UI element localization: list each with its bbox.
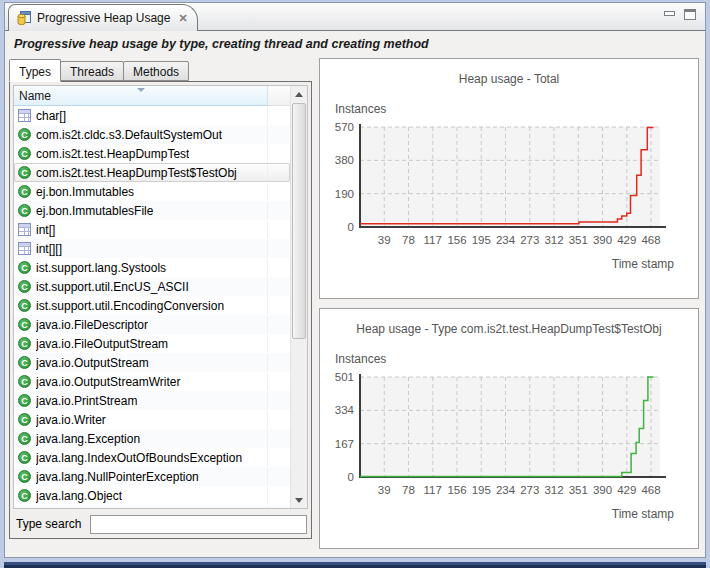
types-table: Name char[]Ccom.is2t.cldc.s3.DefaultSyst…	[13, 85, 308, 509]
table-row[interactable]: Cej.bon.Immutables	[14, 182, 290, 201]
table-row[interactable]: Cjava.lang.IndexOutOfBoundsException	[14, 448, 290, 467]
row-label: int[][]	[36, 242, 62, 256]
view-tab-progressive-heap-usage[interactable]: Progressive Heap Usage ✕	[8, 4, 198, 31]
class-icon: C	[18, 356, 31, 369]
table-row[interactable]: Cjava.lang.Exception	[14, 429, 290, 448]
table-rows: char[]Ccom.is2t.cldc.s3.DefaultSystemOut…	[14, 106, 290, 508]
svg-text:312: 312	[544, 484, 563, 496]
class-icon: C	[18, 204, 31, 217]
svg-text:501: 501	[335, 371, 354, 383]
row-blank-cell	[267, 411, 289, 428]
charts-column: Heap usage - Total Instances 01903805703…	[319, 58, 699, 549]
vertical-scrollbar[interactable]	[290, 86, 307, 508]
row-blank-cell	[267, 107, 289, 124]
row-label: ej.bon.ImmutablesFile	[36, 204, 153, 218]
table-row[interactable]: Cist.support.util.EncodingConversion	[14, 296, 290, 315]
chart-title: Heap usage - Total	[320, 72, 698, 86]
svg-text:156: 156	[447, 234, 466, 246]
tab-types[interactable]: Types	[9, 59, 61, 82]
table-row[interactable]: Ccom.is2t.test.HeapDumpTest	[14, 144, 290, 163]
row-blank-cell	[267, 126, 289, 143]
column-header-blank[interactable]	[268, 86, 290, 106]
class-icon: C	[18, 185, 31, 198]
table-header: Name	[14, 86, 290, 106]
svg-text:380: 380	[335, 154, 354, 166]
y-axis-label: Instances	[335, 102, 698, 116]
table-row[interactable]: Cist.support.util.EncUS_ASCII	[14, 277, 290, 296]
minimize-icon[interactable]	[664, 11, 675, 16]
y-axis-label: Instances	[335, 352, 698, 366]
types-panel: Name char[]Ccom.is2t.cldc.s3.DefaultSyst…	[9, 81, 312, 539]
column-header-name[interactable]: Name	[14, 86, 268, 106]
svg-text:390: 390	[593, 484, 612, 496]
table-row[interactable]: Cjava.io.OutputStreamWriter	[14, 372, 290, 391]
row-blank-cell	[267, 430, 289, 447]
category-tabs: Types Threads Methods	[9, 58, 312, 81]
class-icon: C	[18, 299, 31, 312]
scrollbar-thumb[interactable]	[292, 103, 306, 339]
progressive-heap-usage-view: Progressive Heap Usage ✕ Progressive hea…	[0, 0, 710, 568]
total-heap-chart: 0190380570397811715619523427331235139042…	[322, 117, 696, 257]
svg-text:167: 167	[335, 438, 354, 450]
svg-text:156: 156	[447, 484, 466, 496]
array-icon	[18, 242, 31, 255]
row-label: com.is2t.test.HeapDumpTest	[36, 147, 189, 161]
svg-text:117: 117	[424, 234, 442, 246]
class-icon: C	[18, 413, 31, 426]
row-label: ist.support.util.EncUS_ASCII	[36, 280, 189, 294]
table-row[interactable]: Cjava.lang.NullPointerException	[14, 467, 290, 486]
chart-panel-selected-type: Heap usage - Type com.is2t.test.HeapDump…	[319, 308, 699, 549]
table-row[interactable]: Cjava.io.FileOutputStream	[14, 334, 290, 353]
svg-text:334: 334	[335, 404, 355, 416]
class-icon: C	[18, 394, 31, 407]
table-row[interactable]: Cjava.io.OutputStream	[14, 353, 290, 372]
row-label: java.io.OutputStreamWriter	[36, 375, 181, 389]
table-row[interactable]	[14, 505, 290, 508]
scroll-down-icon	[295, 498, 303, 503]
table-row[interactable]: Cjava.io.FileDescriptor	[14, 315, 290, 334]
class-icon: C	[18, 261, 31, 274]
row-blank-cell	[267, 354, 289, 371]
table-row[interactable]: int[]	[14, 220, 290, 239]
svg-text:195: 195	[472, 484, 491, 496]
table-row[interactable]: Cej.bon.ImmutablesFile	[14, 201, 290, 220]
type-heap-chart: 0167334501397811715619523427331235139042…	[322, 367, 696, 507]
row-label: java.io.PrintStream	[36, 394, 137, 408]
table-row[interactable]: Ccom.is2t.test.HeapDumpTest$TestObj	[14, 163, 290, 182]
table-row[interactable]: Cjava.io.PrintStream	[14, 391, 290, 410]
row-label: char[]	[36, 109, 66, 123]
array-icon	[18, 109, 31, 122]
scroll-down-button[interactable]	[291, 492, 307, 508]
table-row[interactable]: Ccom.is2t.cldc.s3.DefaultSystemOut	[14, 125, 290, 144]
view-content: Types Threads Methods Name	[5, 57, 705, 557]
svg-text:468: 468	[641, 234, 660, 246]
scroll-up-button[interactable]	[291, 86, 307, 102]
class-icon: C	[18, 318, 31, 331]
maximize-icon[interactable]	[684, 9, 696, 20]
sort-indicator-icon	[137, 88, 145, 92]
types-table-main: Name char[]Ccom.is2t.cldc.s3.DefaultSyst…	[14, 86, 290, 508]
table-row[interactable]: Cist.support.lang.Systools	[14, 258, 290, 277]
row-label: java.io.Writer	[36, 413, 106, 427]
tab-methods[interactable]: Methods	[123, 61, 189, 81]
table-row[interactable]: char[]	[14, 106, 290, 125]
x-axis-label: Time stamp	[320, 257, 674, 271]
row-label: java.lang.NullPointerException	[36, 470, 199, 484]
class-icon: C	[18, 489, 31, 502]
row-blank-cell	[267, 335, 289, 352]
row-label: java.lang.Exception	[36, 432, 140, 446]
svg-text:117: 117	[424, 484, 442, 496]
type-search-label: Type search	[16, 517, 81, 531]
tab-threads[interactable]: Threads	[60, 61, 124, 81]
table-row[interactable]: int[][]	[14, 239, 290, 258]
svg-text:390: 390	[593, 234, 612, 246]
window-buttons	[664, 9, 696, 20]
row-blank-cell	[267, 373, 289, 390]
table-row[interactable]: Cjava.lang.Object	[14, 486, 290, 505]
close-icon[interactable]: ✕	[178, 12, 187, 25]
table-row[interactable]: Cjava.io.Writer	[14, 410, 290, 429]
type-search-input[interactable]	[90, 515, 307, 534]
left-column: Types Threads Methods Name	[9, 58, 312, 549]
svg-text:78: 78	[402, 484, 415, 496]
view-tabbar: Progressive Heap Usage ✕	[5, 3, 705, 31]
